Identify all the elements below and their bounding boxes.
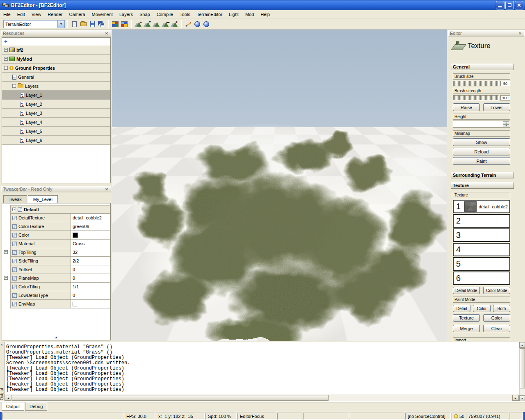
menu-file[interactable]: File	[0, 11, 14, 18]
console-horizontal-scrollbar[interactable]: ◄ ►	[5, 395, 519, 401]
dropdown-arrow-icon[interactable]: ▼	[57, 21, 64, 28]
save-all-icon[interactable]	[97, 20, 105, 28]
expand-icon[interactable]: +	[4, 57, 8, 61]
menu-mod[interactable]: Mod	[242, 11, 257, 18]
lower-button[interactable]: Lower	[483, 103, 510, 111]
tab-my-level[interactable]: My_Level	[28, 195, 58, 203]
undergrowth-icon[interactable]	[193, 20, 201, 28]
add-resource-button[interactable]: +	[4, 39, 7, 44]
color-mode-button[interactable]: Color Mode	[483, 287, 510, 294]
texture-slot-3[interactable]: 3	[453, 228, 510, 242]
menu-terraineditor[interactable]: TerrainEditor	[194, 11, 226, 18]
height-input[interactable]: ▲ ▼	[453, 121, 510, 128]
color-swatch[interactable]	[73, 233, 78, 238]
spin-down-icon[interactable]: ▼	[503, 124, 509, 127]
tree-item-layer-3[interactable]: Layer_3	[2, 109, 110, 118]
expand-icon[interactable]: +	[4, 276, 8, 280]
expand-icon[interactable]: +	[4, 48, 8, 52]
texture-slot-5[interactable]: 5	[453, 257, 510, 271]
import-label[interactable]: Import	[453, 337, 510, 341]
reload-button[interactable]: Reload	[453, 148, 510, 155]
brush-size-slider[interactable]	[453, 81, 499, 86]
color-button[interactable]: Color	[483, 314, 510, 322]
tweakerbar-close-icon[interactable]: ✕	[104, 187, 110, 192]
resources-close-icon[interactable]: ✕	[104, 31, 110, 36]
new-file-icon[interactable]	[70, 20, 78, 28]
property-group-default[interactable]: - Default	[10, 205, 110, 214]
tree-item-layers[interactable]: - Layers	[2, 82, 110, 91]
menu-edit[interactable]: Edit	[14, 11, 28, 18]
open-file-icon[interactable]	[79, 20, 87, 28]
scroll-down-icon[interactable]: ▼	[519, 395, 525, 401]
property-row-lowdetailtype[interactable]: LowDetailType 0	[10, 291, 110, 300]
menu-view[interactable]: View	[28, 11, 45, 18]
raise-terrain-icon[interactable]: ▲	[134, 20, 142, 28]
console-side-tab[interactable]: ✕ Output	[0, 342, 5, 401]
property-value[interactable]: detail_cobble2	[73, 215, 102, 220]
close-button[interactable]: ✕	[515, 1, 523, 9]
console-vertical-scrollbar[interactable]: ▲ ▼	[519, 342, 525, 401]
both-button[interactable]: Both	[493, 305, 510, 312]
property-value[interactable]: 32	[73, 250, 78, 255]
scroll-up-icon[interactable]: ▲	[519, 342, 525, 348]
menu-compile[interactable]: Compile	[153, 11, 176, 18]
tree-item-layer-2[interactable]: Layer_2	[2, 100, 110, 109]
tree-item-layer-4[interactable]: Layer_4	[2, 118, 110, 127]
tree-item-ground-properties[interactable]: - Ground Properties	[2, 64, 110, 73]
tree-item-layer-6[interactable]: Layer_6	[2, 136, 110, 145]
property-value[interactable]: 0	[73, 267, 75, 272]
raise-button[interactable]: Raise	[453, 103, 480, 111]
tab-output[interactable]: Output	[2, 402, 24, 411]
property-row-material[interactable]: Material Grass	[10, 240, 110, 248]
property-row-envmap[interactable]: EnvMap	[10, 300, 110, 308]
overgrowth-icon[interactable]	[202, 20, 210, 28]
property-row-colortexture[interactable]: ColorTexture green06	[10, 222, 110, 231]
collapse-icon[interactable]: -	[12, 208, 16, 211]
lower-terrain-icon[interactable]: ▼	[143, 20, 151, 28]
texture-slot-2[interactable]: 2	[453, 214, 510, 228]
property-value[interactable]: 0	[73, 276, 75, 281]
tab-tweak[interactable]: Tweak	[3, 195, 27, 203]
property-row-sidetiling[interactable]: SideTiling 2/2	[10, 257, 110, 265]
texture-slot-1[interactable]: 1 detail_cobble2	[453, 200, 510, 213]
console-close-icon[interactable]: ✕	[0, 343, 3, 347]
collapse-icon[interactable]: -	[12, 84, 16, 88]
scroll-left-icon[interactable]: ◄	[5, 395, 11, 401]
color-paint-button[interactable]: Color	[473, 305, 491, 312]
property-row-detailtexture[interactable]: DetailTexture detail_cobble2	[10, 214, 110, 222]
expand-icon[interactable]: +	[4, 250, 8, 254]
terrain-viewport[interactable]	[112, 30, 447, 341]
editor-close-icon[interactable]: ✕	[517, 31, 523, 36]
tree-item-general[interactable]: General	[2, 73, 110, 82]
property-row-planemap[interactable]: PlaneMap 0	[10, 274, 110, 283]
spin-up-icon[interactable]: ▲	[503, 121, 509, 124]
property-value[interactable]: green06	[73, 224, 89, 229]
slope-tool-icon[interactable]	[184, 20, 192, 28]
menu-render[interactable]: Render	[44, 11, 66, 18]
tree-item-layer-1[interactable]: Layer_1	[2, 91, 110, 100]
scroll-right-icon[interactable]: ►	[512, 395, 519, 401]
property-row-toptiling[interactable]: TopTiling 32	[10, 248, 110, 257]
restore-button[interactable]	[505, 1, 514, 9]
menu-snap[interactable]: Snap	[136, 11, 153, 18]
level-terrain-icon[interactable]: ▬	[161, 20, 169, 28]
menu-layers[interactable]: Layers	[116, 11, 136, 18]
editor-mode-dropdown[interactable]: TerrainEditor ▼	[3, 20, 65, 28]
tree-item-mymod[interactable]: + MyMod	[2, 55, 110, 64]
menu-movement[interactable]: Movement	[89, 11, 116, 18]
show-button[interactable]: Show	[453, 138, 510, 146]
object-view-icon[interactable]	[120, 20, 128, 28]
detail-button[interactable]: Detail	[453, 305, 470, 312]
menu-help[interactable]: Help	[257, 11, 273, 18]
envmap-checkbox[interactable]	[73, 302, 77, 306]
property-value[interactable]: 1/1	[73, 284, 79, 289]
scroll-up-icon[interactable]: ▲	[55, 336, 58, 339]
texture-button[interactable]: Texture	[453, 314, 480, 322]
resource-view-icon[interactable]	[111, 20, 119, 28]
smooth-terrain-icon[interactable]	[152, 20, 160, 28]
paint-terrain-icon[interactable]: ✚	[170, 20, 178, 28]
scrollbar-thumb[interactable]	[520, 348, 525, 388]
property-value[interactable]: 0	[73, 293, 75, 298]
height-spinner[interactable]: ▲ ▼	[503, 121, 509, 127]
property-value[interactable]: 2/2	[73, 258, 79, 263]
